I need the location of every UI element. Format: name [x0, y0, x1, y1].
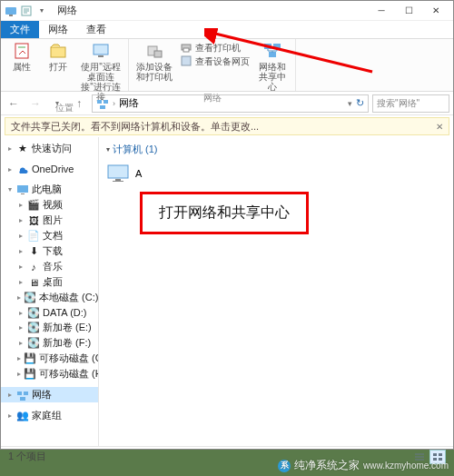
- tab-file[interactable]: 文件: [1, 21, 39, 38]
- sidebar-item-thispc[interactable]: ▾此电脑: [1, 182, 98, 197]
- ribbon: 属性 打开 使用"远程桌面连接"进行连接 位置 添加设备和打印机: [1, 39, 453, 92]
- printer-icon: [180, 41, 192, 54]
- search-input[interactable]: 搜索"网络": [372, 94, 449, 113]
- maximize-button[interactable]: ☐: [395, 2, 422, 20]
- info-text: 文件共享已关闭。看不到网络计算机和设备。单击更改...: [11, 120, 259, 134]
- svg-rect-1: [9, 15, 13, 16]
- svg-rect-21: [24, 392, 28, 395]
- drive-icon: 💽: [27, 306, 40, 319]
- svg-rect-23: [108, 165, 128, 178]
- ribbon-open-button[interactable]: 打开: [43, 41, 74, 72]
- ribbon-rdp-button[interactable]: 使用"远程桌面连接"进行连接: [79, 41, 123, 102]
- ribbon-add-device-button[interactable]: 添加设备和打印机: [134, 41, 174, 82]
- svg-rect-26: [433, 453, 437, 456]
- downloads-icon: ⬇: [27, 245, 40, 258]
- svg-rect-11: [182, 56, 191, 65]
- sidebar-item-homegroup[interactable]: ▸👥家庭组: [1, 408, 98, 423]
- forward-button[interactable]: →: [26, 94, 44, 113]
- sidebar-item-drive-g[interactable]: ▸💾可移动磁盘 (G:): [1, 351, 98, 366]
- network-icon: [96, 97, 109, 110]
- svg-rect-18: [17, 185, 28, 193]
- address-field[interactable]: › 网络 ▾ ↻: [92, 94, 369, 113]
- ribbon-view-device-page-button[interactable]: 查看设备网页: [180, 55, 250, 67]
- network-icon: [16, 389, 29, 402]
- tab-view[interactable]: 查看: [77, 21, 115, 38]
- drive-icon: 💽: [27, 322, 40, 334]
- svg-rect-6: [98, 55, 104, 57]
- up-button[interactable]: ↑: [70, 94, 88, 113]
- homegroup-icon: 👥: [16, 410, 29, 422]
- sidebar-item-drive-h[interactable]: ▸💾可移动磁盘 (H:): [1, 366, 98, 382]
- drive-icon: 💽: [27, 337, 40, 350]
- cloud-icon: [16, 163, 29, 175]
- sidebar-item-quick[interactable]: ▸★快速访问: [1, 141, 98, 156]
- sidebar-item-drive-f[interactable]: ▸💽新加卷 (F:): [1, 335, 98, 351]
- info-close-icon[interactable]: ✕: [436, 122, 443, 132]
- desktop-icon: 🖥: [27, 276, 40, 289]
- qat-props-icon[interactable]: [20, 5, 33, 17]
- pc-icon: [16, 183, 29, 196]
- drive-icon: 💽: [24, 292, 36, 304]
- computer-icon: [106, 164, 130, 183]
- list-item[interactable]: A: [106, 164, 446, 183]
- address-dropdown-icon[interactable]: ▾: [348, 99, 352, 108]
- group-header-computers[interactable]: ▾ 计算机 (1): [106, 143, 446, 156]
- svg-rect-22: [20, 397, 25, 401]
- back-button[interactable]: ←: [5, 94, 23, 113]
- device-page-icon: [180, 55, 192, 67]
- network-center-icon: [262, 41, 282, 61]
- chevron-down-icon: ▾: [106, 145, 110, 154]
- svg-rect-4: [51, 47, 65, 57]
- sidebar-item-downloads[interactable]: ▸⬇下载: [1, 243, 98, 259]
- app-icon: [5, 5, 17, 17]
- svg-rect-13: [273, 44, 281, 49]
- tab-network[interactable]: 网络: [39, 21, 77, 38]
- documents-icon: 📄: [27, 230, 40, 243]
- info-bar[interactable]: 文件共享已关闭。看不到网络计算机和设备。单击更改... ✕: [5, 117, 449, 135]
- ribbon-network-center-button[interactable]: 网络和共享中心: [255, 41, 290, 92]
- svg-rect-0: [5, 7, 16, 15]
- svg-rect-5: [94, 45, 108, 55]
- sidebar-item-network[interactable]: ▸网络: [1, 387, 98, 402]
- refresh-icon[interactable]: ↻: [356, 97, 364, 109]
- svg-rect-8: [154, 51, 162, 57]
- chevron-right-icon: ›: [113, 99, 115, 108]
- status-count: 1 个项目: [8, 450, 46, 463]
- usb-icon: 💾: [24, 368, 36, 381]
- explorer-window: ▾ 网络 ─ ☐ ✕ 文件 网络 查看 属性 打开 使用: [0, 0, 454, 450]
- watermark: 系 纯净系统之家 www.kzmyhome.com: [278, 458, 449, 473]
- sidebar-item-onedrive[interactable]: ▸OneDrive: [1, 162, 98, 176]
- sidebar-item-documents[interactable]: ▸📄文档: [1, 228, 98, 243]
- history-dropdown[interactable]: ▾: [48, 94, 66, 113]
- svg-rect-12: [264, 44, 271, 49]
- sidebar-item-drive-c[interactable]: ▸💽本地磁盘 (C:): [1, 290, 98, 305]
- sidebar-item-pictures[interactable]: ▸🖼图片: [1, 213, 98, 228]
- sidebar-item-desktop[interactable]: ▸🖥桌面: [1, 274, 98, 290]
- window-title: 网络: [57, 4, 77, 17]
- minimize-button[interactable]: ─: [368, 2, 395, 20]
- music-icon: ♪: [27, 261, 40, 273]
- ribbon-group-location: 属性 打开 使用"远程桌面连接"进行连接 位置: [1, 39, 129, 91]
- ribbon-view-printers-button[interactable]: 查看打印机: [180, 41, 250, 54]
- properties-icon: [12, 41, 32, 61]
- qat-dropdown-icon[interactable]: ▾: [35, 5, 48, 17]
- svg-rect-17: [100, 105, 105, 109]
- annotation-callout: 打开网络和共享中心: [140, 192, 309, 234]
- pictures-icon: 🖼: [27, 214, 40, 227]
- sidebar-item-video[interactable]: ▸🎬视频: [1, 197, 98, 213]
- svg-rect-3: [15, 44, 28, 58]
- sidebar-item-music[interactable]: ▸♪音乐: [1, 259, 98, 274]
- address-path: 网络: [119, 96, 139, 110]
- close-button[interactable]: ✕: [422, 2, 449, 20]
- sidebar-item-drive-e[interactable]: ▸💽新加卷 (E:): [1, 320, 98, 335]
- open-icon: [48, 41, 68, 61]
- computer-name: A: [135, 168, 142, 179]
- ribbon-properties-button[interactable]: 属性: [6, 41, 37, 72]
- svg-rect-20: [17, 392, 22, 395]
- ribbon-tabs: 文件 网络 查看: [1, 21, 453, 39]
- svg-rect-27: [439, 453, 442, 456]
- sidebar-item-drive-d[interactable]: ▸💽DATA (D:): [1, 305, 98, 320]
- content-pane: ▾ 计算机 (1) A 打开网络和共享中心: [99, 137, 453, 446]
- watermark-logo-icon: 系: [278, 460, 291, 472]
- usb-icon: 💾: [24, 352, 36, 365]
